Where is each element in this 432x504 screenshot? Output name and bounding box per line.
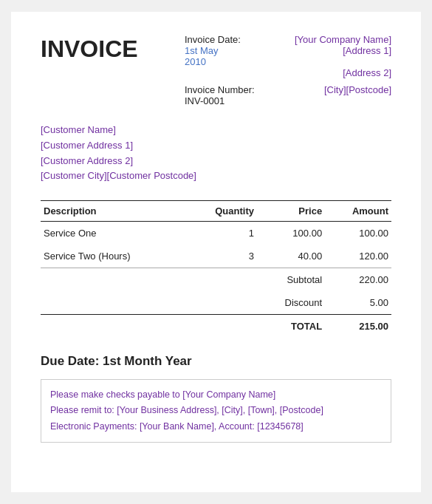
invoice-title-block: INVOICE [41, 34, 138, 106]
discount-label: Discount [257, 291, 325, 315]
company-address1: [Address 1] [234, 45, 391, 67]
footer-line3: Electronic Payments: [Your Bank Name], A… [50, 419, 382, 435]
row2-description: Service Two (Hours) [41, 245, 186, 268]
invoice-title: INVOICE [41, 37, 138, 61]
customer-city-postcode: [Customer City][Customer Postcode] [41, 168, 196, 184]
discount-row: Discount 5.00 [41, 291, 391, 315]
col-amount: Amount [325, 201, 391, 222]
row1-quantity: 1 [186, 222, 257, 245]
company-name: [Your Company Name] [295, 34, 391, 45]
row2-quantity: 3 [186, 245, 257, 268]
header-section: INVOICE Invoice Date: [Your Company Name… [41, 34, 391, 106]
invoice-number-value: INV-0001 [185, 95, 224, 106]
table-row: Service Two (Hours) 3 40.00 120.00 [41, 245, 391, 268]
table-header-row: Description Quantity Price Amount [41, 201, 391, 222]
customer-name: [Customer Name] [41, 123, 196, 138]
total-label: TOTAL [257, 315, 325, 338]
address2-row: [Address 2] [185, 67, 391, 78]
table-row: Service One 1 100.00 100.00 [41, 222, 391, 245]
invoice-table: Description Quantity Price Amount Servic… [41, 200, 391, 338]
due-date-section: Due Date: 1st Month Year [41, 354, 391, 369]
invoice-date-label: Invoice Date: [185, 34, 241, 45]
col-price: Price [257, 201, 325, 222]
subtotal-row: Subtotal 220.00 [41, 268, 391, 292]
company-city-postcode: [City][Postcode] [261, 84, 391, 95]
col-quantity: Quantity [186, 201, 257, 222]
invoice-number-row: Invoice Number: [City][Postcode] [185, 84, 391, 95]
total-row: TOTAL 215.00 [41, 315, 391, 338]
row2-amount: 120.00 [325, 245, 391, 268]
customer-address1: [Customer Address 1] [41, 138, 196, 154]
footer-section: Please make checks payable to [Your Comp… [41, 379, 391, 443]
customer-meta-section: [Customer Name] [Customer Address 1] [Cu… [41, 120, 391, 197]
invoice-number-value-row: INV-0001 [185, 95, 391, 106]
row2-price: 40.00 [257, 245, 325, 268]
customer-address2: [Customer Address 2] [41, 154, 196, 169]
footer-line1: Please make checks payable to [Your Comp… [50, 387, 382, 403]
header-meta: Invoice Date: [Your Company Name] 1st Ma… [185, 34, 391, 106]
due-date-text: Due Date: 1st Month Year [41, 354, 192, 368]
invoice-number-label: Invoice Number: [185, 84, 255, 95]
company-address2: [Address 2] [191, 67, 391, 78]
invoice-date-value: 1st May 2010 [185, 45, 228, 67]
row1-amount: 100.00 [325, 222, 391, 245]
invoice-date-row: Invoice Date: [Your Company Name] [185, 34, 391, 45]
footer-line2: Please remit to: [Your Business Address]… [50, 403, 382, 418]
subtotal-value: 220.00 [325, 268, 391, 292]
subtotal-label: Subtotal [257, 268, 325, 292]
row1-description: Service One [41, 222, 186, 245]
total-value: 215.00 [325, 315, 391, 338]
discount-value: 5.00 [325, 291, 391, 315]
invoice-date-value-row: 1st May 2010 [Address 1] [185, 45, 391, 67]
col-description: Description [41, 201, 186, 222]
customer-section: [Customer Name] [Customer Address 1] [Cu… [41, 123, 196, 184]
invoice-page: INVOICE Invoice Date: [Your Company Name… [11, 12, 421, 492]
row1-price: 100.00 [257, 222, 325, 245]
